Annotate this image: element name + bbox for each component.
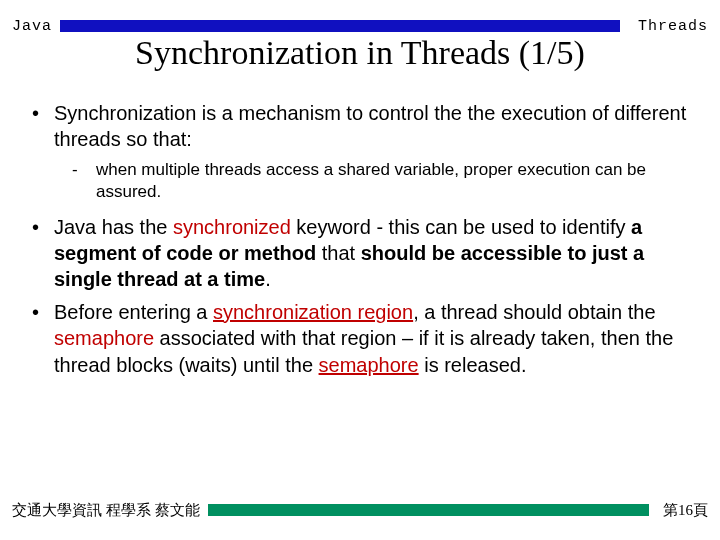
sub-bullet-marker: - — [72, 159, 96, 204]
bullet-3: • Before entering a synchronization regi… — [32, 299, 692, 378]
bullet-3-text: Before entering a synchronization region… — [54, 299, 692, 378]
footer-page-number: 第16頁 — [663, 501, 708, 520]
footer-divider-bar — [208, 504, 650, 516]
footer-left-label: 交通大學資訊 程學系 蔡文能 — [12, 501, 200, 520]
slide: Java Threads Synchronization in Threads … — [0, 0, 720, 540]
header-row: Java Threads — [12, 16, 708, 36]
footer-row: 交通大學資訊 程學系 蔡文能 第16頁 — [12, 500, 708, 520]
slide-title: Synchronization in Threads (1/5) — [0, 34, 720, 72]
bullet-2-text: Java has the synchronized keyword - this… — [54, 214, 692, 293]
bullet-1: • Synchronization is a mechanism to cont… — [32, 100, 692, 153]
header-divider-bar — [60, 20, 620, 32]
sub-bullet-1: - when multiple threads access a shared … — [72, 159, 692, 204]
bullet-1-text: Synchronization is a mechanism to contro… — [54, 100, 692, 153]
bullet-marker: • — [32, 299, 54, 378]
bullet-2: • Java has the synchronized keyword - th… — [32, 214, 692, 293]
header-left-label: Java — [12, 18, 52, 35]
bullet-marker: • — [32, 100, 54, 153]
slide-body: • Synchronization is a mechanism to cont… — [32, 100, 692, 384]
header-right-label: Threads — [638, 18, 708, 35]
sub-bullet-1-text: when multiple threads access a shared va… — [96, 159, 692, 204]
bullet-marker: • — [32, 214, 54, 293]
